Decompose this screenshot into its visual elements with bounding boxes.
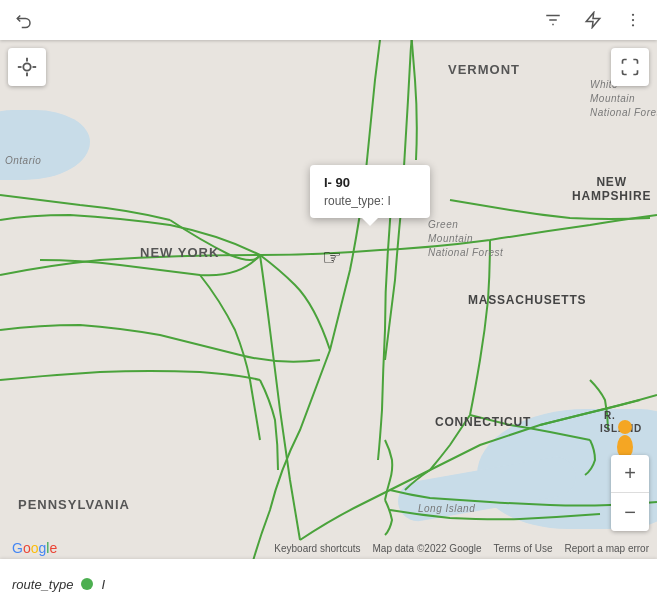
flash-button[interactable] [579, 6, 607, 34]
tooltip-title: I- 90 [324, 175, 416, 190]
bottom-bar: route_type I [0, 559, 657, 609]
zoom-out-button[interactable]: − [611, 493, 649, 531]
svg-point-3 [632, 24, 634, 26]
location-button[interactable] [8, 48, 46, 86]
toolbar-left [10, 6, 38, 34]
legend-label: route_type [12, 577, 73, 592]
attribution-bar: Keyboard shortcuts Map data ©2022 Google… [0, 537, 657, 559]
map-data: Map data ©2022 Google [372, 543, 481, 554]
fullscreen-button[interactable] [611, 48, 649, 86]
toolbar-right [539, 6, 647, 34]
roads-svg [0, 0, 657, 609]
more-button[interactable] [619, 6, 647, 34]
legend-value: I [101, 577, 105, 592]
toolbar [0, 0, 657, 40]
legend-dot [81, 578, 93, 590]
svg-point-9 [618, 420, 632, 434]
map-container[interactable]: VERMONT NEWHAMPSHIRE NEW YORK MASSACHUSE… [0, 0, 657, 609]
report-map-error[interactable]: Report a map error [565, 543, 649, 554]
svg-marker-0 [586, 13, 600, 28]
svg-point-4 [23, 63, 30, 70]
keyboard-shortcuts[interactable]: Keyboard shortcuts [274, 543, 360, 554]
svg-point-1 [632, 14, 634, 16]
undo-button[interactable] [10, 6, 38, 34]
legend: route_type I [12, 577, 105, 592]
tooltip-body: route_type: I [324, 194, 416, 208]
map-tooltip: I- 90 route_type: I [310, 165, 430, 218]
svg-point-2 [632, 19, 634, 21]
filter-button[interactable] [539, 6, 567, 34]
zoom-in-button[interactable]: + [611, 455, 649, 493]
terms-of-use[interactable]: Terms of Use [494, 543, 553, 554]
zoom-controls: + − [611, 455, 649, 531]
